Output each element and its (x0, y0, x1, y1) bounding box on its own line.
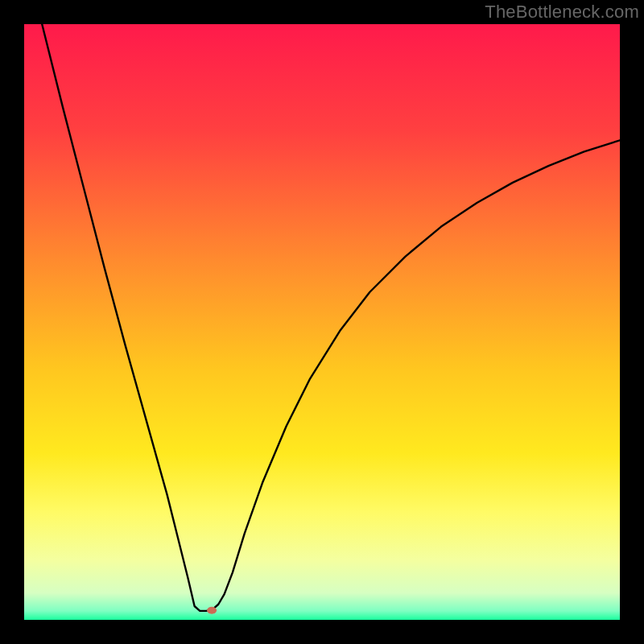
chart-frame: TheBottleneck.com (0, 0, 644, 644)
bottleneck-chart (24, 24, 620, 620)
watermark-label: TheBottleneck.com (485, 2, 639, 23)
gradient-background (24, 24, 620, 620)
minimum-marker (207, 607, 217, 614)
